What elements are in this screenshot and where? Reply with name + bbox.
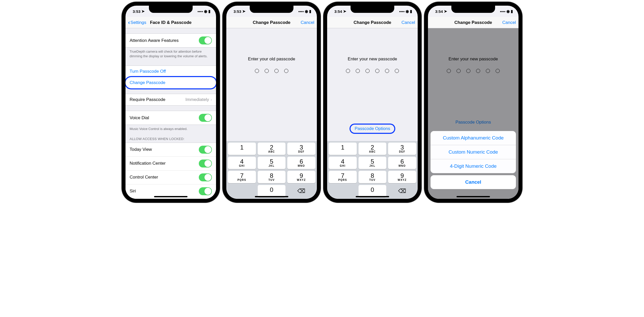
sheet-option[interactable]: Custom Numeric Code [431,145,516,159]
key-letters: PQRS [338,179,347,181]
row-label: Control Center [130,175,158,180]
sheet-option[interactable]: Custom Alphanumeric Code [431,131,516,145]
home-indicator[interactable] [154,196,187,197]
toggle-switch[interactable] [199,187,212,195]
keypad-key-5[interactable]: 5JKL [359,157,387,169]
passcode-dot [284,69,288,73]
home-indicator[interactable] [356,196,389,197]
wifi-icon: ◉ [506,9,510,14]
home-indicator[interactable] [255,196,288,197]
keypad-key-3[interactable]: 3DEF [287,143,315,155]
keypad-key-4[interactable]: 4GHI [329,157,357,169]
keypad-key-9[interactable]: 9WXYZ [287,171,315,183]
keypad-key-8[interactable]: 8TUV [258,171,286,183]
passcode-dot [395,69,399,73]
keypad-key-5[interactable]: 5JKL [258,157,286,169]
cancel-button[interactable]: Cancel [495,20,516,25]
key-number: 5 [371,158,374,165]
page-title: Change Passcode [253,20,290,25]
key-number: 0 [270,187,273,193]
location-icon: ➤ [444,9,447,14]
allow-access-row[interactable]: Control Center [126,171,216,184]
keypad-key-2[interactable]: 2ABC [359,143,387,155]
cancel-button[interactable]: Cancel [395,20,415,25]
passcode-dot [365,69,370,73]
row-label: Today View [130,147,152,152]
action-sheet: Custom Alphanumeric CodeCustom Numeric C… [431,131,516,191]
keypad-key-9[interactable]: 9WXYZ [388,171,416,183]
keypad-key-8[interactable]: 8TUV [359,171,387,183]
key-letters: JKL [369,164,375,167]
nav-bar: ‹Settings Face ID & Passcode [126,17,216,28]
key-letters: MNO [399,164,406,167]
key-letters: TUV [269,179,275,181]
status-time: 3:54 [435,9,443,14]
footer-text: Music Voice Control is always enabled. [126,125,216,133]
key-number: 9 [400,173,404,179]
phone-frame-3: 3:54➤ ▪▪▪▪◉▮ Change Passcode Cancel Ente… [324,2,421,202]
require-passcode-row[interactable]: Require Passcode Immediately› [126,94,216,105]
voice-dial-row[interactable]: Voice Dial [126,111,216,125]
passcode-dot [265,69,269,73]
settings-content: Attention Aware Features TrueDepth camer… [126,28,216,199]
key-number: 8 [371,173,374,179]
toggle-switch[interactable] [199,114,212,122]
keypad-key-0[interactable]: 0 [258,185,286,197]
keypad-key-1[interactable]: 1 [228,143,256,155]
battery-icon: ▮ [208,9,210,14]
allow-access-row[interactable]: Reply with Message [126,198,216,199]
keypad-key-6[interactable]: 6MNO [388,157,416,169]
location-icon: ➤ [141,9,145,14]
keypad-key-3[interactable]: 3DEF [388,143,416,155]
toggle-switch[interactable] [199,36,212,44]
phone-frame-1: 3:53➤ ▪▪▪▪◉▮ ‹Settings Face ID & Passcod… [122,2,220,202]
battery-icon: ▮ [511,9,513,14]
turn-passcode-off-row[interactable]: Turn Passcode Off [126,66,216,77]
keypad-key-7[interactable]: 7PQRS [329,171,357,183]
toggle-switch[interactable] [199,173,212,181]
key-letters: TUV [369,179,376,181]
backspace-key[interactable]: ⌫ [388,185,416,197]
row-label: Notification Center [130,161,166,166]
wifi-icon: ◉ [406,9,409,14]
footer-text: TrueDepth camera will check for attentio… [126,48,216,60]
keypad-key-2[interactable]: 2ABC [258,143,286,155]
sheet-cancel-button[interactable]: Cancel [431,175,516,189]
signal-icon: ▪▪▪▪ [298,9,304,14]
keypad-key-1[interactable]: 1 [329,143,357,155]
page-title: Change Passcode [454,20,492,25]
row-value: Immediately [185,97,209,102]
keypad-key-6[interactable]: 6MNO [287,157,315,169]
passcode-dot [375,69,379,73]
row-label: Change Passcode [130,80,165,85]
passcode-dot [346,69,350,73]
toggle-switch[interactable] [199,160,212,167]
keypad-key-7[interactable]: 7PQRS [228,171,256,183]
key-number: 4 [341,158,344,165]
keypad-key-4[interactable]: 4GHI [228,157,256,169]
key-letters: MNO [298,164,305,167]
passcode-options-button[interactable]: Passcode Options [351,125,394,133]
toggle-switch[interactable] [199,146,212,154]
wifi-icon: ◉ [305,9,308,14]
passcode-entry-area: Enter your new passcode Passcode Options [327,28,418,141]
change-passcode-row[interactable]: Change Passcode [126,77,216,88]
key-number: 4 [240,158,244,165]
back-button[interactable]: ‹Settings [128,20,149,25]
key-number: 3 [400,144,404,151]
key-number: 3 [300,144,303,151]
keypad-key-0[interactable]: 0 [359,185,387,197]
allow-access-row[interactable]: Today View [126,143,216,157]
backspace-key[interactable]: ⌫ [287,185,315,197]
allow-access-row[interactable]: Notification Center [126,157,216,171]
key-letters: WXYZ [297,179,306,181]
attention-aware-row[interactable]: Attention Aware Features [126,34,216,47]
signal-icon: ▪▪▪▪ [399,9,405,14]
home-indicator[interactable] [457,196,490,197]
cancel-button[interactable]: Cancel [294,20,314,25]
key-number: 1 [240,144,244,151]
number-keypad: 1 2ABC3DEF4GHI5JKL6MNO7PQRS8TUV9WXYZ0 ⌫ [226,141,317,199]
key-letters: ABC [268,150,275,153]
sheet-option[interactable]: 4-Digit Numeric Code [431,159,516,173]
key-number: 6 [300,158,303,165]
